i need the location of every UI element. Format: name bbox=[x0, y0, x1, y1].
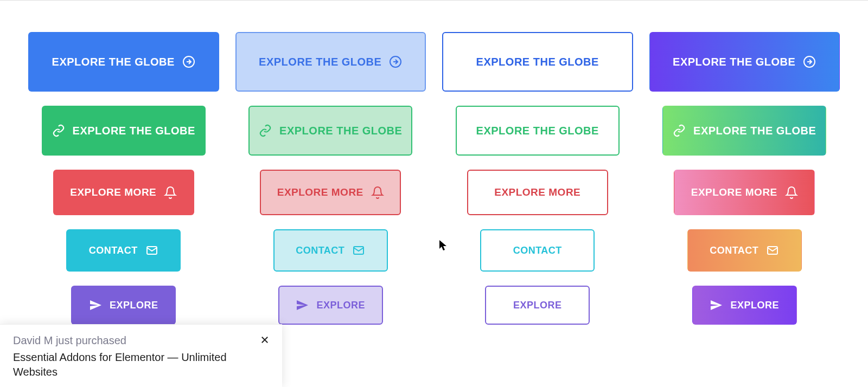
explore-more-button-outline-red[interactable]: EXPLORE MORE bbox=[467, 170, 608, 215]
button-label: CONTACT bbox=[513, 245, 562, 256]
bell-icon bbox=[371, 186, 384, 199]
explore-globe-button-soft-blue[interactable]: EXPLORE THE GLOBE bbox=[235, 32, 426, 92]
button-label: EXPLORE bbox=[513, 300, 562, 311]
explore-globe-button-gradient-purple[interactable]: EXPLORE THE GLOBE bbox=[649, 32, 840, 92]
button-label: EXPLORE THE GLOBE bbox=[673, 56, 795, 68]
envelope-icon bbox=[352, 244, 365, 257]
explore-globe-button-solid-blue[interactable]: EXPLORE THE GLOBE bbox=[28, 32, 219, 92]
button-label: EXPLORE THE GLOBE bbox=[279, 125, 402, 137]
button-label: CONTACT bbox=[89, 245, 138, 256]
button-label: EXPLORE bbox=[110, 300, 158, 311]
button-label: EXPLORE MORE bbox=[494, 186, 580, 198]
button-label: EXPLORE bbox=[316, 300, 365, 311]
toast-purchaser-line: David M just purchased bbox=[13, 334, 269, 347]
envelope-icon bbox=[145, 244, 158, 257]
button-label: EXPLORE THE GLOBE bbox=[52, 56, 175, 68]
contact-button-soft-cyan[interactable]: CONTACT bbox=[273, 229, 388, 272]
explore-globe-button-outline-blue[interactable]: EXPLORE THE GLOBE bbox=[442, 32, 633, 92]
close-icon bbox=[260, 334, 270, 348]
explore-globe-button-gradient-green[interactable]: EXPLORE THE GLOBE bbox=[662, 106, 826, 156]
paper-plane-icon bbox=[89, 299, 102, 312]
button-label: EXPLORE THE GLOBE bbox=[476, 125, 599, 137]
button-label: EXPLORE THE GLOBE bbox=[259, 56, 381, 68]
explore-more-button-gradient-pink[interactable]: EXPLORE MORE bbox=[674, 170, 815, 215]
button-label: CONTACT bbox=[296, 245, 344, 256]
button-showcase-grid: EXPLORE THE GLOBE EXPLORE THE GLOBE EXPL… bbox=[0, 1, 868, 325]
button-label: CONTACT bbox=[710, 245, 758, 256]
button-label: EXPLORE THE GLOBE bbox=[73, 125, 195, 137]
explore-globe-button-outline-green[interactable]: EXPLORE THE GLOBE bbox=[456, 106, 620, 156]
paper-plane-icon bbox=[710, 299, 723, 312]
link-icon bbox=[673, 124, 686, 137]
explore-globe-button-soft-green[interactable]: EXPLORE THE GLOBE bbox=[248, 106, 412, 156]
link-icon bbox=[52, 124, 65, 137]
button-label: EXPLORE MORE bbox=[691, 186, 777, 198]
toast-product-line: Essential Addons for Elementor — Unlimit… bbox=[13, 350, 269, 379]
bell-icon bbox=[785, 186, 798, 199]
bell-icon bbox=[164, 186, 177, 199]
contact-button-outline-cyan[interactable]: CONTACT bbox=[480, 229, 595, 272]
button-label: EXPLORE MORE bbox=[70, 186, 156, 198]
explore-button-soft-purple[interactable]: EXPLORE bbox=[278, 286, 383, 325]
arrow-circle-right-icon bbox=[182, 55, 195, 68]
explore-globe-button-solid-green[interactable]: EXPLORE THE GLOBE bbox=[42, 106, 206, 156]
arrow-circle-right-icon bbox=[389, 55, 402, 68]
explore-more-button-soft-red[interactable]: EXPLORE MORE bbox=[260, 170, 401, 215]
envelope-icon bbox=[766, 244, 779, 257]
button-label: EXPLORE THE GLOBE bbox=[693, 125, 816, 137]
button-label: EXPLORE bbox=[730, 300, 779, 311]
button-label: EXPLORE MORE bbox=[277, 186, 363, 198]
link-icon bbox=[259, 124, 272, 137]
explore-button-outline-purple[interactable]: EXPLORE bbox=[485, 286, 590, 325]
purchase-notification-toast: David M just purchased Essential Addons … bbox=[0, 324, 282, 387]
explore-button-gradient-purple[interactable]: EXPLORE bbox=[692, 286, 797, 325]
arrow-circle-right-icon bbox=[803, 55, 816, 68]
close-button[interactable] bbox=[257, 333, 272, 349]
contact-button-gradient-orange[interactable]: CONTACT bbox=[687, 229, 802, 272]
button-label: EXPLORE THE GLOBE bbox=[476, 56, 599, 68]
contact-button-solid-cyan[interactable]: CONTACT bbox=[66, 229, 181, 272]
explore-more-button-solid-red[interactable]: EXPLORE MORE bbox=[53, 170, 194, 215]
paper-plane-icon bbox=[296, 299, 309, 312]
explore-button-solid-purple[interactable]: EXPLORE bbox=[71, 286, 176, 325]
